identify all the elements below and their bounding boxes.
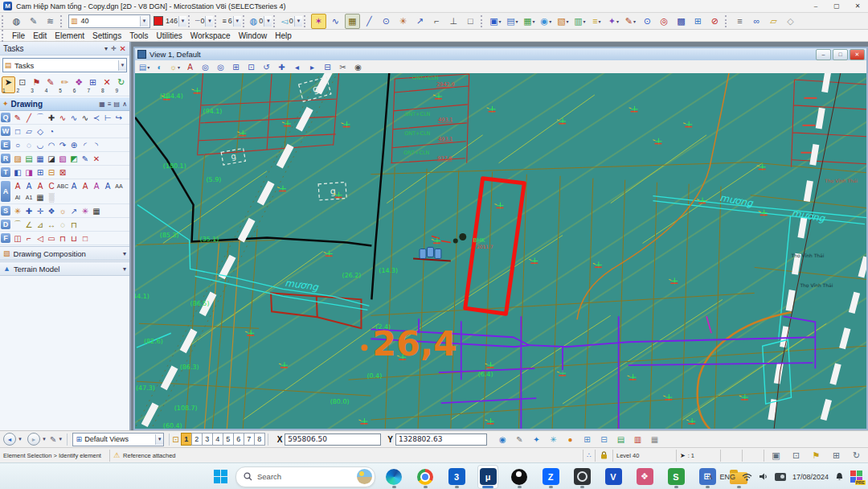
tool-row-key[interactable]: S <box>1 206 10 216</box>
drawing-tool-icon[interactable]: ✳ <box>12 205 23 216</box>
drawing-tool-icon[interactable]: ▧ <box>57 153 68 164</box>
menu-utilities[interactable]: Utilities <box>153 30 186 41</box>
tray-chevron-icon[interactable]: ∧ <box>708 473 714 481</box>
drawing-tool-icon[interactable]: ◝ <box>91 139 102 150</box>
refresh-icon[interactable]: ↻ <box>849 450 864 462</box>
rotate-view-icon[interactable]: ↺ <box>260 60 273 73</box>
drawing-tool-icon[interactable]: ∿ <box>80 112 91 123</box>
window-tool[interactable]: ⊞7 <box>86 76 100 93</box>
grid-toggle-icon[interactable]: ▦ <box>648 433 661 446</box>
drawing-tool-icon[interactable]: ▦ <box>91 205 102 216</box>
clip-volume-icon[interactable]: ✂ <box>336 60 350 73</box>
view-minimize-button[interactable]: – <box>816 49 831 60</box>
menu-element[interactable]: Element <box>51 30 88 41</box>
drawing-tool-icon[interactable]: ▤ <box>23 153 35 164</box>
drawing-tool-icon[interactable]: ◌ <box>23 139 35 150</box>
drawing-tool-icon[interactable]: ◇ <box>35 125 46 137</box>
drawing-tool-icon[interactable]: ∠ <box>23 219 35 230</box>
drawing-tool-icon[interactable]: ✚ <box>46 112 57 123</box>
save-icon[interactable]: ▣ <box>768 450 784 462</box>
view-group-combo[interactable]: ⊞ Default Views ▼ <box>72 433 164 446</box>
menu-file[interactable]: File <box>8 30 29 41</box>
drawing-tool-icon[interactable]: A1 <box>23 191 35 203</box>
drawing-tool-icon[interactable]: ⊓ <box>57 232 68 244</box>
microstation-icon[interactable]: μ <box>477 465 498 489</box>
view-toggle-7[interactable]: 7 <box>244 433 255 446</box>
section-terrain-model[interactable]: ▲Terrain Model▾ <box>0 261 129 276</box>
drawing-tool-icon[interactable]: ❖ <box>46 205 57 216</box>
view-maximize-button[interactable]: □ <box>833 49 848 60</box>
chevron-down-icon[interactable]: ▼ <box>233 16 241 27</box>
tool-row-key[interactable]: W <box>1 126 10 136</box>
drawing-tool-icon[interactable]: ↪ <box>113 112 125 123</box>
view-titlebar[interactable]: View 1, Default – □ ✕ <box>135 48 866 60</box>
view-previous-icon[interactable]: ◂ <box>290 60 304 73</box>
drawing-tool-icon[interactable]: ▭ <box>46 232 57 244</box>
drawing-tool-icon[interactable]: ⊢ <box>102 112 113 123</box>
drawing-tool-icon[interactable]: ⊠ <box>57 166 68 178</box>
section-drawing-composition[interactable]: ▧Drawing Composition▾ <box>0 246 129 261</box>
place-line-icon[interactable]: ╱ <box>362 14 377 29</box>
toolbar-grip[interactable] <box>2 30 6 42</box>
drawing-tool-icon[interactable]: ABC <box>57 180 68 191</box>
drawing-section-header[interactable]: ✦ Drawing ▦ ≡ ▤ ∧ <box>0 97 129 111</box>
chrome-icon[interactable] <box>415 465 436 489</box>
collapse-icon[interactable]: ∧ <box>122 101 127 108</box>
key-in-icon[interactable]: ≡ <box>732 14 747 29</box>
fence-icon[interactable]: □ <box>463 14 478 29</box>
toolbar-grip[interactable] <box>243 15 248 27</box>
toolbar-grip[interactable] <box>304 15 309 27</box>
tool-row-key[interactable]: E <box>1 140 10 150</box>
models-icon[interactable]: ▣▾ <box>488 14 503 29</box>
drawing-tool-icon[interactable]: ○ <box>12 139 23 150</box>
active-point-icon[interactable]: ✳ <box>395 14 411 29</box>
pen-tool-icon[interactable]: ✎ <box>50 435 56 444</box>
drawing-tool-icon[interactable]: ✎ <box>12 112 23 123</box>
toolbar-grip[interactable] <box>273 15 278 27</box>
fence-tool[interactable]: ⊡2 <box>16 76 30 93</box>
drawing-tool-icon[interactable]: A <box>35 180 46 191</box>
drawing-tool-icon[interactable]: ↔ <box>46 219 57 230</box>
clock-date[interactable]: 17/08/2024 <box>792 473 829 481</box>
drawing-tool-icon[interactable]: □ <box>12 125 23 137</box>
delete-tool[interactable]: ✕8 <box>100 76 114 93</box>
view-previous-button[interactable]: ◄ <box>3 433 16 446</box>
drawing-tool-icon[interactable]: ╱ <box>23 112 35 123</box>
drawing-tool-icon[interactable]: ◠ <box>46 139 57 150</box>
volume-icon[interactable] <box>759 472 768 481</box>
drawing-tool-icon[interactable]: ⌒ <box>35 112 46 123</box>
grid-layout-icon[interactable]: ▦ <box>99 101 105 108</box>
y-coordinate-input[interactable] <box>395 434 487 446</box>
raster-manager-icon[interactable]: ▦▾ <box>522 14 537 29</box>
drawing-tool-icon[interactable]: ◨ <box>23 166 35 178</box>
x-coordinate-input[interactable] <box>285 434 381 446</box>
drawing-tool-icon[interactable]: ◧ <box>12 166 23 178</box>
zoom-out-icon[interactable]: ◎ <box>214 60 227 73</box>
toolbar-grip[interactable] <box>481 15 485 27</box>
snap-grid-icon[interactable]: ⊞ <box>690 14 706 29</box>
annotation-icon[interactable]: ✎ <box>513 433 526 446</box>
tool-row-key[interactable]: F <box>1 233 10 243</box>
selection-set-icon[interactable]: ∴ <box>583 450 595 462</box>
app-blue-icon[interactable]: 3 <box>446 465 467 489</box>
window-area-icon[interactable]: ⊞ <box>229 60 243 73</box>
active-pattern-icon[interactable]: ✶ <box>311 14 326 29</box>
start-button[interactable] <box>214 470 227 483</box>
app-pink-icon[interactable]: ❖ <box>634 465 655 489</box>
chevron-down-icon[interactable]: ▼ <box>178 16 186 27</box>
level-manager-icon[interactable]: ▥▾ <box>572 14 588 29</box>
map-canvas[interactable]: g g g 26,4 BHK 2011.7 (134.4)(9 <box>135 73 866 429</box>
zalo-icon[interactable]: Z <box>540 465 561 489</box>
lock-indicator[interactable] <box>595 450 612 462</box>
drawing-tool-icon[interactable]: AA <box>113 180 125 191</box>
drawing-tool-icon[interactable]: ⊟ <box>46 166 57 178</box>
list-layout-icon[interactable]: ≡ <box>108 101 112 108</box>
drawing-tool-icon[interactable]: ⊔ <box>68 232 80 244</box>
saved-views-icon[interactable]: ▧▾ <box>555 14 571 29</box>
accudraw-icon[interactable]: ✦▾ <box>606 14 621 29</box>
drawing-tool-icon[interactable]: ⌐ <box>23 232 35 244</box>
menu-tools[interactable]: Tools <box>125 30 152 41</box>
drawing-tool-icon[interactable]: ◜ <box>80 139 91 150</box>
zoom-in-icon[interactable]: ◎ <box>199 60 212 73</box>
perpendicular-icon[interactable]: ⊥ <box>446 14 461 29</box>
